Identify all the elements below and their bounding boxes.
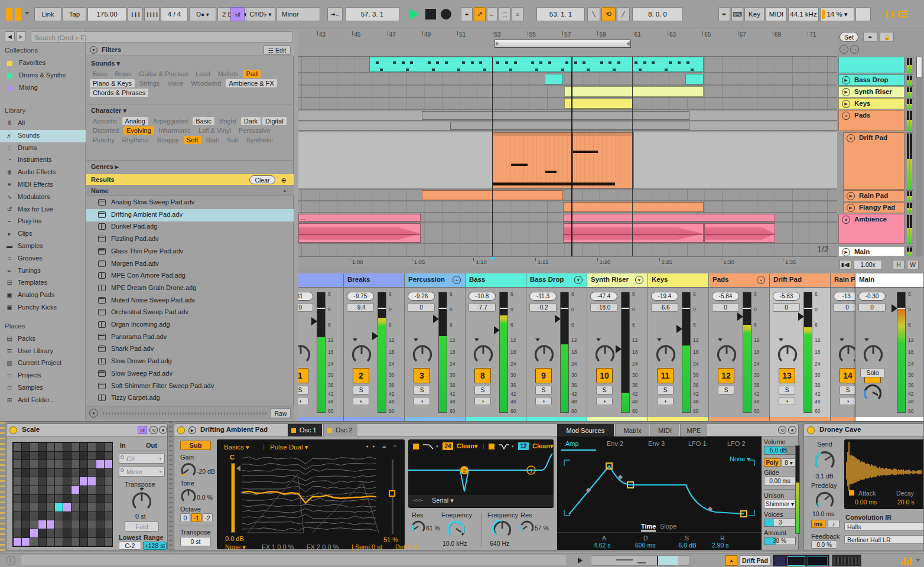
raw-button[interactable]: Raw xyxy=(271,408,291,418)
list-item[interactable]: Glass Thin Pure Pad.adv xyxy=(86,246,294,258)
sidebar-item-clips[interactable]: ▸Clips xyxy=(0,228,86,240)
predelay-knob[interactable] xyxy=(815,490,835,510)
cpu-meter[interactable]: 14 % ▾ xyxy=(820,7,854,21)
pencil-button[interactable]: ✒ xyxy=(863,32,877,42)
scale-grid-cell[interactable] xyxy=(14,503,21,511)
strip-header[interactable]: Rain P xyxy=(831,273,855,288)
tab-env-[interactable]: Env 3 xyxy=(648,440,665,447)
tap-button[interactable]: Tap xyxy=(63,7,86,21)
speaker-button[interactable]: ◑ xyxy=(596,397,613,405)
preview-headphone-icon[interactable]: ● xyxy=(89,409,98,418)
volume-handle-icon[interactable] xyxy=(798,312,804,321)
key-root-menu[interactable]: C#/D♭ ▾ xyxy=(246,7,275,21)
scale-grid-cell[interactable] xyxy=(88,443,96,451)
track-number-badge[interactable]: 9 xyxy=(535,368,552,383)
scale-grid-cell[interactable] xyxy=(88,495,96,503)
strip-header[interactable]: ms xyxy=(298,273,344,288)
peak-level-field[interactable]: -47.4 xyxy=(590,292,617,301)
arrangement-clip[interactable] xyxy=(563,223,704,243)
track-header-ambience[interactable]: ▼Ambience xyxy=(838,214,905,244)
scale-grid-cell[interactable] xyxy=(105,443,112,451)
track-play-icon[interactable]: ▶ xyxy=(842,76,850,84)
sidebar-item-favorites[interactable]: Favorites xyxy=(0,57,86,70)
filter1-slope-badge[interactable]: 24 xyxy=(443,442,453,450)
time-signature-field[interactable]: 4 / 4 xyxy=(161,7,188,21)
filter-routing-bar[interactable]: -○○-Serial ▾ xyxy=(408,495,554,507)
browser-forward-button[interactable]: ▶ xyxy=(16,31,26,41)
filter-tag-acoustic[interactable]: Acoustic xyxy=(90,117,121,125)
peak-level-field[interactable]: -13. xyxy=(834,292,855,301)
freq2-knob[interactable] xyxy=(492,519,512,539)
automation-arm-button[interactable]: ↗ xyxy=(474,7,486,21)
hot-swap-icon[interactable]: ⟲ xyxy=(149,426,158,434)
scale-grid-cell[interactable] xyxy=(14,443,21,451)
track-play-icon[interactable]: ▶ xyxy=(842,248,850,256)
peak-level-field[interactable]: -10.8 xyxy=(468,292,496,301)
filter-tag-strings[interactable]: Strings xyxy=(136,79,162,87)
scale-grid-cell[interactable] xyxy=(47,469,54,477)
group-fold-icon[interactable]: ≡ xyxy=(842,112,850,120)
scale-grid-cell[interactable] xyxy=(22,443,30,451)
scale-grid-cell[interactable] xyxy=(30,503,38,511)
scale-grid-cell[interactable] xyxy=(14,495,21,503)
scale-grid-cell[interactable] xyxy=(80,477,87,485)
scale-grid-cell[interactable] xyxy=(71,538,79,546)
genres-section-label[interactable]: Genres ▸ xyxy=(91,163,119,171)
fold-button[interactable]: Fold xyxy=(125,522,159,532)
freq1-knob[interactable] xyxy=(446,519,466,539)
logo-caret-icon[interactable] xyxy=(25,12,30,15)
list-item[interactable]: Drifting Ambient Pad.adv xyxy=(86,209,294,221)
strip-header[interactable]: Percussion≡ xyxy=(405,273,466,288)
volume-handle-icon[interactable] xyxy=(555,315,561,323)
arrangement-clip[interactable] xyxy=(450,122,689,130)
peak-level-field[interactable]: -5.84 xyxy=(712,292,739,301)
filter1-toggle[interactable] xyxy=(413,444,419,449)
tab-midi[interactable]: MIDI xyxy=(650,424,679,436)
mixer-strip-synth-riser[interactable]: Synth Riser▼-47.4-18.010S◑60612182430364… xyxy=(587,273,648,421)
punch-out-icon[interactable]: ╱ xyxy=(617,7,630,21)
speaker-button[interactable]: ◑ xyxy=(474,397,491,405)
reverb-header[interactable]: Droney Cave xyxy=(804,424,924,436)
menu-hamburger-icon[interactable]: ☰ xyxy=(900,9,912,19)
browser-back-button[interactable]: ◀ xyxy=(5,31,15,41)
scale-grid-cell[interactable] xyxy=(14,460,21,468)
key-scale-menu[interactable]: Minor xyxy=(276,7,320,21)
glide-value[interactable]: 0.00 ms xyxy=(764,477,796,485)
scale-grid-cell[interactable] xyxy=(30,495,38,503)
add-filter-button[interactable]: ⊕ xyxy=(279,175,288,185)
track-lane[interactable]: ... xyxy=(298,214,837,223)
search-input[interactable] xyxy=(34,32,290,43)
scale-grid-cell[interactable] xyxy=(55,495,63,503)
solo-button[interactable]: S xyxy=(718,386,734,395)
scale-grid-cell[interactable] xyxy=(30,538,38,546)
zoom-height-button[interactable]: H xyxy=(893,260,905,269)
solo-button[interactable]: S xyxy=(414,386,430,395)
scale-grid-cell[interactable] xyxy=(105,520,112,529)
list-item[interactable]: Slow Sweep Pad.adv xyxy=(86,368,294,380)
scale-grid-cell[interactable] xyxy=(30,486,38,494)
adsr-value-d[interactable]: 600 ms xyxy=(635,542,655,549)
device-on-toggle[interactable] xyxy=(807,426,815,434)
scale-grid-cell[interactable] xyxy=(88,529,96,537)
scale-grid-cell[interactable] xyxy=(63,529,71,537)
scale-grid-cell[interactable] xyxy=(71,503,79,511)
sidebar-item-modulators[interactable]: ∿Modulators xyxy=(0,191,86,204)
volume-field[interactable]: -9.4 xyxy=(347,303,374,312)
scale-grid-cell[interactable] xyxy=(96,452,104,460)
fold-icon[interactable]: ▼ xyxy=(574,276,583,284)
results-name-header[interactable]: Name▲ xyxy=(86,186,294,196)
volume-field[interactable]: -0.2 xyxy=(529,303,557,312)
scale-grid-cell[interactable] xyxy=(88,503,96,511)
track-number-badge[interactable]: 8 xyxy=(474,368,491,383)
scale-grid-cell[interactable] xyxy=(30,452,38,460)
scale-grid-cell[interactable] xyxy=(71,495,79,503)
scale-grid-cell[interactable] xyxy=(14,477,21,485)
draw-mode-button[interactable]: ⬚ xyxy=(499,7,510,21)
res1-knob[interactable] xyxy=(411,519,426,534)
transpose-knob[interactable] xyxy=(131,490,152,511)
draw-pencil-button[interactable]: ✒ xyxy=(718,7,730,21)
speaker-button[interactable]: ◑ xyxy=(657,397,674,405)
scale-grid-cell[interactable] xyxy=(63,520,71,529)
stop-button[interactable] xyxy=(425,9,436,19)
filter-tag-ambience-fx[interactable]: Ambience & FX xyxy=(226,79,276,87)
